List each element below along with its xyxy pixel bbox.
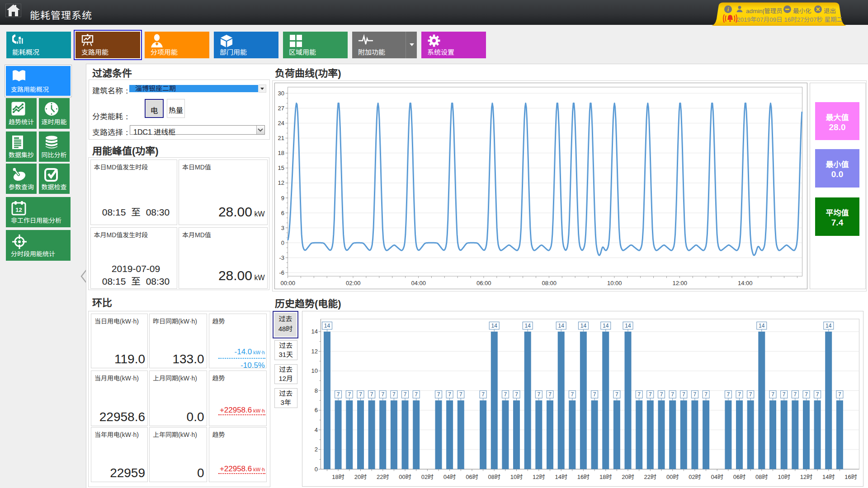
svg-text:12: 12 [15, 206, 22, 213]
